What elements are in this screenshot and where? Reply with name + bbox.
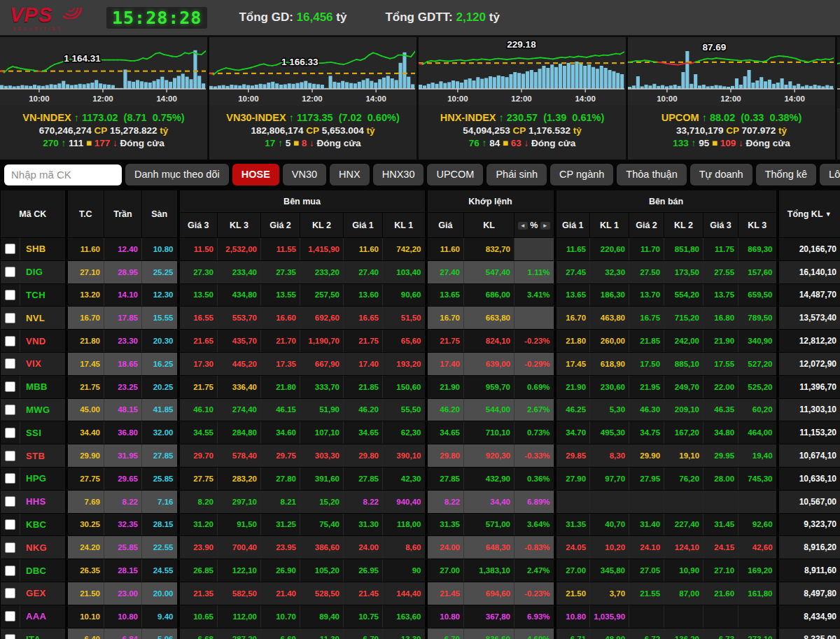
row-checkbox[interactable] (5, 336, 15, 346)
search-input[interactable] (4, 164, 122, 185)
buy-cell: 51,90 (300, 398, 344, 421)
symbol-cell[interactable]: HHS (20, 490, 66, 513)
symbol-cell[interactable]: DIG (20, 260, 66, 283)
row-checkbox[interactable] (5, 588, 15, 598)
row-checkbox[interactable] (5, 290, 15, 300)
symbol-cell[interactable]: ITA (20, 628, 66, 639)
symbol-cell[interactable]: SSI (20, 421, 66, 444)
total-volume-cell: 13,573,40 (778, 307, 840, 330)
match-cell: 46.20 (426, 398, 464, 421)
row-checkbox[interactable] (5, 381, 15, 392)
symbol-cell[interactable]: MWG (20, 398, 66, 421)
table-row[interactable]: HPG27.7529.6525.8527.75283,2027.80391,60… (1, 467, 840, 490)
row-checkbox[interactable] (5, 542, 15, 553)
index-chart: 10:0012:0014:001 166.33 (209, 37, 415, 104)
buy-cell: 21.85 (344, 375, 383, 398)
table-row[interactable]: VIX17.4518.6516.2517.30445,2017.35667,90… (1, 352, 840, 375)
row-checkbox[interactable] (5, 405, 15, 415)
symbol-cell[interactable]: DBC (20, 559, 66, 582)
svg-text:14:00: 14:00 (575, 94, 595, 103)
index-summary-upcom: UPCOM ↑ 88.02 (0.33 0.38%)33,710,179 CP … (628, 106, 835, 160)
table-row[interactable]: AAA10.1010.809.4010.65112,0010.7089,4010… (1, 605, 840, 628)
symbol-cell[interactable]: AAA (20, 605, 66, 628)
buy-cell: 233,40 (218, 260, 261, 283)
tab-thỏa-thuận[interactable]: Thỏa thuận (617, 164, 686, 185)
symbol-cell[interactable]: NKG (20, 536, 66, 559)
sell-cell: 463,80 (590, 307, 629, 330)
sell-cell: 715,20 (664, 307, 704, 330)
sell-cell: 48,90 (590, 628, 629, 639)
buy-cell: 11.60 (344, 238, 383, 261)
symbol-cell[interactable]: SHB (20, 238, 66, 261)
floor-price-cell: 22.55 (142, 536, 178, 559)
row-checkbox[interactable] (5, 496, 15, 507)
match-cell: 648,30 (464, 536, 514, 559)
sell-cell: 34.80 (704, 421, 738, 444)
table-row[interactable]: SSI34.4036.8032.0034.55284,8034.60107,10… (1, 421, 840, 444)
table-header: Mã CKT.CTrầnSànBên muaKhớp lệnhBên bánTổ… (1, 190, 840, 238)
total-volume-cell: 8,434,90 (778, 605, 840, 628)
tab-lô-lẻ[interactable]: Lô lẻ (820, 164, 840, 185)
row-checkbox[interactable] (5, 566, 15, 576)
buy-cell: 21.45 (344, 582, 383, 605)
table-row[interactable]: TCH13.2014.1012.3013.50434,8013.55257,50… (1, 283, 840, 307)
symbol-cell[interactable]: GEX (20, 582, 66, 605)
scroll-right-icon[interactable]: ► (540, 222, 550, 230)
row-checkbox[interactable] (5, 358, 15, 369)
index-volume-line: 33,710,179 CP 707.972 tỷ (628, 125, 835, 136)
tab-phái-sinh[interactable]: Phái sinh (486, 164, 547, 185)
buy-cell: 10.70 (261, 605, 300, 628)
symbol-cell[interactable]: KBC (20, 513, 66, 536)
table-row[interactable]: ITA6.406.845.966.68287,206.6911,306.7013… (1, 628, 840, 639)
tab-danh-mục-theo-dõi[interactable]: Danh mục theo dõi (125, 164, 229, 185)
row-checkbox[interactable] (5, 473, 15, 484)
sell-cell: 19,10 (664, 444, 704, 468)
row-checkbox[interactable] (5, 451, 15, 461)
table-row[interactable]: SHB11.6012.4010.8011.502,532,0011.551,41… (1, 238, 840, 261)
scroll-left-icon[interactable]: ◄ (518, 222, 528, 230)
buy-cell: 284,80 (218, 421, 261, 444)
row-checkbox[interactable] (5, 634, 15, 639)
tab-hnx[interactable]: HNX (330, 164, 370, 185)
symbol-cell[interactable]: STB (20, 444, 66, 468)
symbol-cell[interactable]: NVL (20, 307, 66, 330)
tab-hnx30[interactable]: HNX30 (373, 164, 424, 185)
table-row[interactable]: HHS7.698.227.168.20297,108.2115,208.2294… (1, 490, 840, 513)
symbol-cell[interactable]: VND (20, 330, 66, 353)
table-row[interactable]: GEX21.5023.0020.0021.35582,5021.40528,50… (1, 582, 840, 605)
checkbox-cell (1, 307, 20, 330)
total-volume-cell: 10,636,10 (778, 467, 840, 490)
symbol-cell[interactable]: TCH (20, 283, 66, 307)
row-checkbox[interactable] (5, 244, 15, 254)
row-checkbox[interactable] (5, 428, 15, 438)
tab-vn30[interactable]: VN30 (283, 164, 326, 185)
sell-cell: 16.75 (629, 307, 664, 330)
row-checkbox[interactable] (5, 519, 15, 530)
table-row[interactable]: MWG45.0048.1541.8546.10274,4046.1551,904… (1, 398, 840, 421)
row-checkbox[interactable] (5, 611, 15, 622)
table-row[interactable]: NVL16.7017.8515.5516.55553,7016.60692,60… (1, 307, 840, 330)
floor-price-cell: 20.25 (142, 375, 178, 398)
tab-upcom[interactable]: UPCOM (427, 164, 483, 185)
row-checkbox[interactable] (5, 267, 15, 277)
symbol-cell[interactable]: MBB (20, 375, 66, 398)
symbol-cell[interactable]: HPG (20, 467, 66, 490)
buy-cell: 8.22 (344, 490, 383, 513)
tab-hose[interactable]: HOSE (232, 164, 279, 185)
tab-tự-doanh[interactable]: Tự doanh (690, 164, 752, 185)
row-checkbox[interactable] (5, 313, 15, 323)
tab-thống-kê[interactable]: Thống kê (756, 164, 816, 185)
svg-text:87.69: 87.69 (703, 42, 727, 52)
table-row[interactable]: DIG27.1028.9525.2527.30233,4027.35233,20… (1, 260, 840, 283)
tab-cp-ngành[interactable]: CP ngành (550, 164, 613, 185)
symbol-cell[interactable]: VIX (20, 352, 66, 375)
sell-cell: 16.80 (704, 307, 738, 330)
table-row[interactable]: VND21.8023.3020.3021.65435,7021.701,190,… (1, 330, 840, 353)
table-row[interactable]: KBC30.2532.3528.1531.2091,5031.2575,4031… (1, 513, 840, 536)
table-row[interactable]: MBB21.7523.2520.2521.75336,4021.80333,70… (1, 375, 840, 398)
table-row[interactable]: DBC26.3528.1524.5526.85122,1026.90105,20… (1, 559, 840, 582)
sort-desc-icon[interactable]: ▼ (825, 211, 832, 218)
table-row[interactable]: NKG24.2025.8522.5523.90700,4023.95386,60… (1, 536, 840, 559)
table-row[interactable]: STB29.9031.9527.8529.70578,4029.75303,30… (1, 444, 840, 468)
buy-cell: 26.85 (178, 559, 218, 582)
